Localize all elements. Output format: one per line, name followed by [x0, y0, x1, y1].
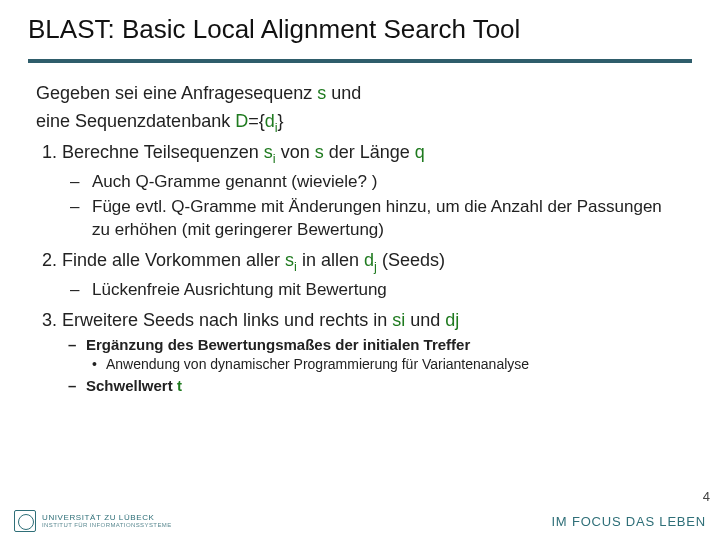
intro-line-1: Gegeben sei eine Anfragesequenz s und — [36, 81, 684, 105]
step-2: Finde alle Vorkommen aller si in allen d… — [62, 248, 684, 302]
text: und — [326, 83, 361, 103]
var-dj: dj — [445, 310, 459, 330]
sub-sublist: Anwendung von dynamischer Programmierung… — [86, 355, 684, 374]
list-item: Füge evtl. Q-Gramme mit Änderungen hinzu… — [92, 196, 684, 242]
text: } — [278, 111, 284, 131]
list-item: Auch Q-Gramme genannt (wieviele? ) — [92, 171, 684, 194]
logo-text: UNIVERSITÄT ZU LÜBECK INSTITUT FÜR INFOR… — [42, 514, 172, 528]
var-t: t — [177, 377, 182, 394]
var-s: s — [315, 142, 324, 162]
text: Finde alle Vorkommen aller — [62, 250, 285, 270]
var-s: s — [285, 250, 294, 270]
logo-icon — [14, 510, 36, 532]
footer: UNIVERSITÄT ZU LÜBECK INSTITUT FÜR INFOR… — [0, 506, 720, 540]
sublist: Lückenfreie Ausrichtung mit Bewertung — [62, 279, 684, 302]
tagline: IM FOCUS DAS LEBEN — [551, 514, 706, 529]
sublist: Auch Q-Gramme genannt (wieviele? ) Füge … — [62, 171, 684, 242]
text: eine Sequenzdatenbank — [36, 111, 235, 131]
page-number: 4 — [703, 489, 710, 504]
text: Schwellwert — [86, 377, 177, 394]
var-d: d — [265, 111, 275, 131]
list-item: Ergänzung des Bewertungsmaßes der initia… — [86, 335, 684, 374]
intro-line-2: eine Sequenzdatenbank D={di} — [36, 109, 684, 136]
slide: BLAST: Basic Local Alignment Search Tool… — [0, 0, 720, 540]
step-1: Berechne Teilsequenzen si von s der Läng… — [62, 140, 684, 242]
title-area: BLAST: Basic Local Alignment Search Tool — [0, 0, 720, 53]
step-3: Erweitere Seeds nach links und rechts in… — [62, 308, 684, 396]
text: der Länge — [324, 142, 415, 162]
var-d: d — [364, 250, 374, 270]
logo-line1: UNIVERSITÄT ZU LÜBECK — [42, 514, 172, 522]
text: ={ — [248, 111, 265, 131]
sublist: Ergänzung des Bewertungsmaßes der initia… — [62, 335, 684, 396]
list-item: Schwellwert t — [86, 376, 684, 396]
list-item: Lückenfreie Ausrichtung mit Bewertung — [92, 279, 684, 302]
var-q: q — [415, 142, 425, 162]
content-area: Gegeben sei eine Anfragesequenz s und ei… — [0, 63, 720, 396]
text: von — [276, 142, 315, 162]
var-s: s — [317, 83, 326, 103]
var-s: s — [264, 142, 273, 162]
var-D: D — [235, 111, 248, 131]
var-si: si — [392, 310, 405, 330]
text: Berechne Teilsequenzen — [62, 142, 264, 162]
logo-line2: INSTITUT FÜR INFORMATIONSSYSTEME — [42, 522, 172, 528]
ordered-list: Berechne Teilsequenzen si von s der Läng… — [36, 140, 684, 396]
university-logo: UNIVERSITÄT ZU LÜBECK INSTITUT FÜR INFOR… — [14, 510, 172, 532]
text: und — [405, 310, 445, 330]
text: (Seeds) — [377, 250, 445, 270]
slide-title: BLAST: Basic Local Alignment Search Tool — [28, 14, 692, 45]
text: Erweitere Seeds nach links und rechts in — [62, 310, 392, 330]
text: in allen — [297, 250, 364, 270]
text: Gegeben sei eine Anfragesequenz — [36, 83, 317, 103]
text: Ergänzung des Bewertungsmaßes der initia… — [86, 336, 470, 353]
list-item: Anwendung von dynamischer Programmierung… — [106, 355, 684, 374]
